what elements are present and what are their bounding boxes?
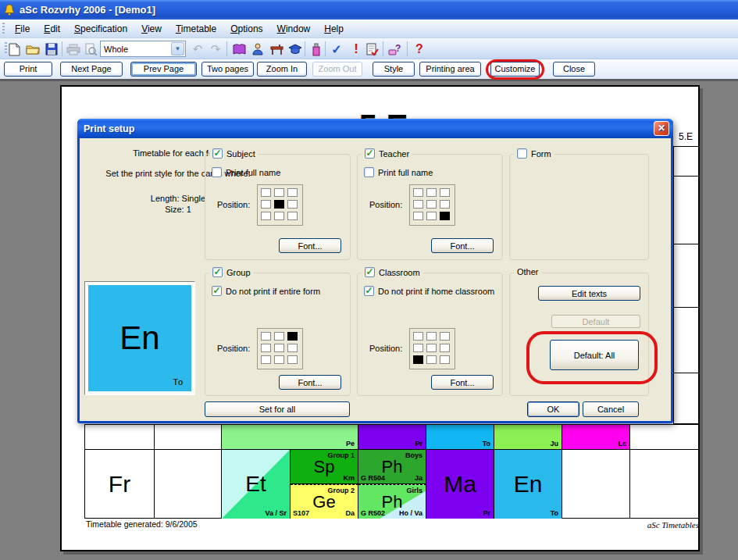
subjects-book-icon[interactable] <box>231 41 247 57</box>
other-label: Other <box>517 267 539 276</box>
zoom-in-button[interactable]: Zoom In <box>257 62 307 77</box>
verify-document-icon[interactable] <box>365 41 380 57</box>
subject-print-full-name-checkbox[interactable] <box>212 167 222 177</box>
set-for-all-button[interactable]: Set for all <box>205 401 350 417</box>
default-button[interactable]: Default <box>551 315 640 328</box>
combobox-dropdown-arrow-icon[interactable]: ▼ <box>171 42 184 55</box>
menu-timetable[interactable]: Timetable <box>169 21 223 37</box>
classrooms-desk-icon[interactable] <box>269 41 284 57</box>
header-cell-empty <box>630 425 699 450</box>
redo-icon[interactable]: ↷ <box>208 41 223 57</box>
conflicts-exclamation-icon[interactable]: ! <box>348 41 364 57</box>
next-page-button[interactable]: Next Page <box>60 62 123 77</box>
dialog-title: Print setup <box>84 123 134 134</box>
card-preview-frame: En To <box>84 281 195 395</box>
subject-checkbox[interactable] <box>212 148 223 159</box>
card-empty <box>630 450 699 519</box>
menu-file[interactable]: File <box>8 21 37 37</box>
cancel-button[interactable]: Cancel <box>583 401 639 417</box>
classroom-label: Classroom <box>379 268 420 277</box>
window-titlebar: aSc Rozvrhy 2006 - [Demo1] <box>0 0 738 20</box>
card-preview-subject: En <box>88 285 191 391</box>
edit-texts-button[interactable]: Edit texts <box>538 286 640 301</box>
close-button[interactable]: Close <box>553 62 595 77</box>
teacher-checkbox[interactable] <box>365 148 375 159</box>
menu-window[interactable]: Window <box>270 21 318 37</box>
classroom-position-grid[interactable] <box>409 328 455 369</box>
menu-edit[interactable]: Edit <box>37 21 67 37</box>
check-generate-icon[interactable]: ✓ <box>329 41 344 57</box>
subject-label: Subject <box>226 149 255 159</box>
header-cell-ju: Ju <box>494 425 562 450</box>
page-side-label: 5.E <box>673 131 698 142</box>
card-ge-group2: Group 2 Ge S107 Da <box>291 484 358 519</box>
dialog-titlebar[interactable]: Print setup ✕ <box>77 119 673 138</box>
menu-view[interactable]: View <box>134 21 169 37</box>
card-sp-group1: Group 1 Sp Km <box>291 450 358 484</box>
classes-cap-icon[interactable] <box>287 41 303 57</box>
group-no-print-entire-form-checkbox[interactable] <box>212 286 222 296</box>
save-icon[interactable] <box>44 41 59 57</box>
print-preview-icon[interactable] <box>83 41 98 57</box>
action-button-bar: Print Next Page Prev Page Two pages Zoom… <box>0 59 738 79</box>
classroom-checkbox[interactable] <box>365 267 375 277</box>
print-button[interactable]: Print <box>4 62 52 77</box>
header-cell-empty <box>85 425 155 450</box>
header-cell-lc: Lc <box>562 425 630 450</box>
svg-text:?: ? <box>395 43 401 54</box>
dialog-close-icon[interactable]: ✕ <box>654 121 669 136</box>
prev-page-button[interactable]: Prev Page <box>130 62 197 77</box>
subject-position-grid[interactable] <box>257 184 303 226</box>
teacher-print-full-name-label: Print full name <box>378 168 433 177</box>
colors-spray-icon[interactable] <box>308 41 324 57</box>
open-folder-icon[interactable] <box>25 41 41 57</box>
classroom-font-button[interactable]: Font... <box>431 375 494 390</box>
zoom-mode-combobox[interactable]: Whole ▼ <box>100 41 186 57</box>
printing-area-button[interactable]: Printing area <box>419 62 481 77</box>
card-en: En To <box>494 450 562 519</box>
two-pages-button[interactable]: Two pages <box>201 62 254 77</box>
menu-options[interactable]: Options <box>223 21 269 37</box>
header-cell-to: To <box>426 425 494 450</box>
classroom-no-print-home-checkbox[interactable] <box>364 286 374 296</box>
teacher-position-grid[interactable] <box>409 184 455 226</box>
classroom-group: Classroom Do not print if home classroom… <box>357 273 503 396</box>
menu-bar: File Edit Specification View Timetable O… <box>0 20 738 38</box>
zoom-out-button[interactable]: Zoom Out <box>312 62 362 77</box>
menu-help[interactable]: Help <box>317 21 351 37</box>
undo-icon[interactable]: ↶ <box>190 41 205 57</box>
style-button[interactable]: Style <box>373 62 415 77</box>
teacher-group: Teacher Print full name Position: Font..… <box>357 154 503 260</box>
card-ma: Ma Pr <box>426 450 494 519</box>
card-ph-girls: Girls Ph G R502 Ho / Va <box>358 484 426 519</box>
card-ph-boys: Boys Ph G R504 Ja <box>358 450 426 484</box>
teacher-font-button[interactable]: Font... <box>431 238 494 253</box>
dialog-body: Timetable for each form Set the print st… <box>80 138 671 421</box>
subject-font-button[interactable]: Font... <box>279 238 341 253</box>
form-group: Form <box>509 154 649 260</box>
annotation-oval-customize <box>486 59 544 80</box>
print-icon[interactable] <box>66 41 81 57</box>
tool-bar: Whole ▼ ↶ ↷ ✓ ! ? ? <box>0 38 738 59</box>
asc-timetables-text: aSc Timetables <box>621 520 699 530</box>
subject-print-full-name-label: Print full name <box>226 168 280 177</box>
card-et: Et Va / Sr <box>222 450 291 519</box>
subject-group: Subject Print full name Position: Font..… <box>205 154 351 260</box>
new-document-icon[interactable] <box>6 41 22 57</box>
right-grid-column <box>673 146 699 424</box>
help-question-icon[interactable]: ? <box>412 41 427 57</box>
teacher-print-full-name-checkbox[interactable] <box>364 167 374 177</box>
zoom-mode-value: Whole <box>101 45 171 54</box>
group-group: Group Do not print if entire form Positi… <box>205 273 351 396</box>
window-title: aSc Rozvrhy 2006 - [Demo1] <box>20 4 155 16</box>
header-cell-empty <box>155 425 222 450</box>
teacher-position-label: Position: <box>369 200 402 209</box>
teachers-person-icon[interactable] <box>250 41 266 57</box>
form-checkbox[interactable] <box>517 148 527 159</box>
wizard-question-icon[interactable]: ? <box>387 41 403 57</box>
group-font-button[interactable]: Font... <box>279 375 341 390</box>
ok-button[interactable]: OK <box>527 401 579 417</box>
group-position-grid[interactable] <box>257 328 303 369</box>
menu-specification[interactable]: Specification <box>67 21 134 37</box>
group-checkbox[interactable] <box>212 267 223 277</box>
